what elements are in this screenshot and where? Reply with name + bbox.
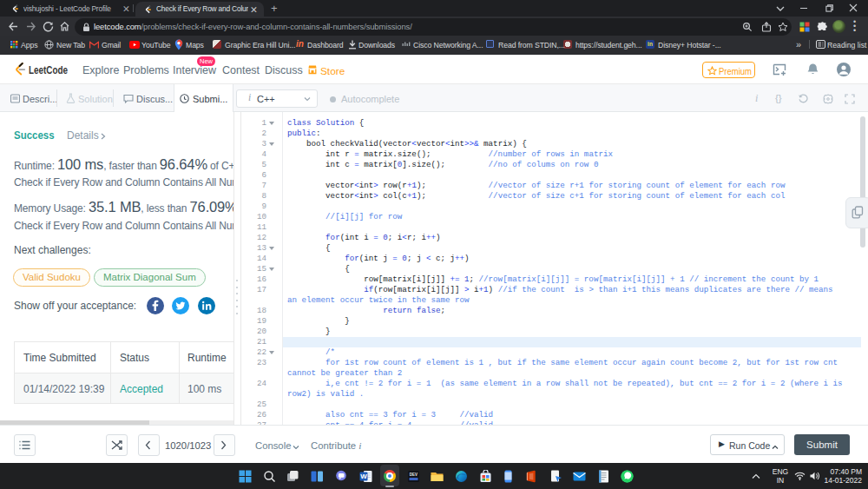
- svg-text:W: W: [360, 472, 367, 480]
- svg-text:DEV: DEV: [410, 472, 418, 477]
